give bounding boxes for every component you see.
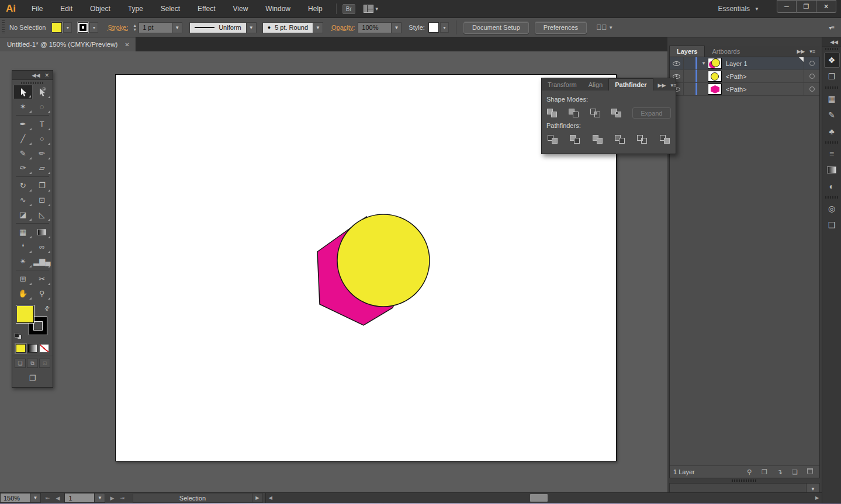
tab-transform[interactable]: Transform	[542, 79, 583, 91]
stroke-weight-caret-icon[interactable]: ▼	[172, 22, 182, 33]
artboard-tool[interactable]: ⊞	[13, 272, 33, 286]
layer-thumbnail[interactable]	[708, 58, 722, 69]
visibility-toggle[interactable]	[670, 57, 684, 69]
eyedropper-tool[interactable]: ❛	[13, 239, 33, 254]
collapse-icons-icon[interactable]: ▶▶	[658, 82, 666, 88]
stroke-weight-stepper[interactable]: ▲▼	[133, 23, 137, 32]
last-artboard-icon[interactable]: ⇥	[117, 495, 127, 501]
pencil-tool[interactable]: ✏	[33, 146, 52, 161]
target-column[interactable]	[804, 70, 819, 82]
draw-normal-icon[interactable]: ❏	[15, 359, 26, 368]
stroke-panel-icon[interactable]: ≡	[824, 146, 840, 161]
layer-row[interactable]: <Path>	[670, 70, 819, 83]
change-screen-mode-icon[interactable]: ❐	[12, 370, 53, 387]
color-button[interactable]	[16, 344, 26, 353]
menu-type[interactable]: Type	[120, 1, 151, 16]
paintbrush-tool[interactable]: ✎	[13, 146, 33, 161]
appearance-panel-icon[interactable]: ◎	[824, 201, 840, 216]
merge-icon[interactable]	[591, 134, 604, 144]
tools-panel-grip[interactable]	[21, 82, 44, 84]
magic-wand-tool[interactable]: ✶	[13, 99, 33, 114]
swatches-panel-icon[interactable]: ▦	[824, 91, 840, 106]
control-bar-grip[interactable]	[2, 20, 5, 34]
menu-help[interactable]: Help	[300, 1, 330, 16]
ellipse-tool[interactable]: ○	[33, 131, 52, 146]
divide-icon[interactable]	[546, 134, 559, 144]
style-swatch[interactable]	[428, 22, 439, 33]
strip-grip[interactable]	[822, 140, 841, 145]
collapse-icons-icon[interactable]: ▶▶	[797, 48, 805, 54]
opacity-caret-icon[interactable]: ▼	[392, 22, 402, 33]
style-caret-icon[interactable]: ▼	[440, 22, 449, 33]
create-new-sublayer-icon[interactable]: ↴	[774, 468, 785, 476]
horizontal-scrollbar-thumb[interactable]	[530, 494, 548, 502]
next-artboard-icon[interactable]: ▶	[108, 495, 116, 501]
collapse-panel-icon[interactable]: ◀◀	[32, 72, 40, 78]
trim-icon[interactable]	[569, 134, 581, 144]
width-profile-select[interactable]: Uniform	[189, 22, 247, 33]
expand-dock-icon[interactable]: ◀◀	[822, 37, 841, 47]
perspective-grid-tool[interactable]: ◺	[33, 207, 52, 222]
tab-layers[interactable]: Layers	[669, 46, 705, 57]
stroke-color-swatch[interactable]	[78, 22, 88, 33]
mesh-tool[interactable]: ▦	[13, 225, 33, 239]
direct-selection-tool[interactable]	[33, 85, 52, 99]
draw-inside-icon[interactable]: ⊡	[39, 359, 50, 368]
type-tool[interactable]: T	[33, 117, 52, 131]
width-tool[interactable]: ∿	[13, 193, 33, 207]
layer-name[interactable]: <Path>	[726, 86, 746, 93]
panel-menu-icon[interactable]: ▾≡	[670, 82, 676, 88]
unite-icon[interactable]	[546, 108, 558, 119]
bridge-button[interactable]: Br	[342, 4, 355, 14]
layers-panel-icon[interactable]: ❖	[824, 53, 840, 68]
menu-object[interactable]: Object	[82, 1, 118, 16]
hand-tool[interactable]: ✋	[13, 286, 33, 301]
strip-grip[interactable]	[822, 85, 841, 90]
draw-behind-icon[interactable]: ⧉	[27, 359, 38, 368]
close-button[interactable]: ✕	[816, 0, 836, 13]
horizontal-scrollbar[interactable]: ◀ ▶	[265, 493, 822, 503]
slice-tool[interactable]: ✂	[33, 272, 52, 286]
restore-button[interactable]: ❐	[797, 0, 816, 13]
shape-builder-tool[interactable]: ◪	[13, 207, 33, 222]
expand-button[interactable]: Expand	[632, 107, 671, 119]
brush-definition-caret-icon[interactable]: ▼	[313, 22, 323, 33]
target-column[interactable]	[804, 83, 819, 95]
locate-object-icon[interactable]: ⚲	[743, 468, 755, 476]
lock-toggle[interactable]	[684, 57, 695, 69]
make-clipping-mask-icon[interactable]: ❒	[759, 468, 770, 476]
artboards-panel-icon[interactable]: ❐	[824, 69, 840, 84]
disclosure-triangle-icon[interactable]: ▼	[700, 61, 708, 66]
layer-name[interactable]: Layer 1	[726, 60, 747, 67]
target-circle-icon[interactable]	[809, 74, 815, 79]
target-circle-icon[interactable]	[809, 61, 815, 66]
status-indicator-caret-icon[interactable]: ▶	[252, 493, 263, 503]
gradient-panel-icon[interactable]	[824, 162, 840, 178]
menu-window[interactable]: Window	[258, 1, 298, 16]
previous-artboard-icon[interactable]: ◀	[54, 495, 63, 501]
menu-effect[interactable]: Effect	[190, 1, 223, 16]
intersect-icon[interactable]	[589, 108, 601, 119]
tab-pathfinder[interactable]: Pathfinder	[608, 78, 653, 91]
tab-close-icon[interactable]: ✕	[124, 41, 129, 48]
brush-definition-select[interactable]: ● 5 pt. Round	[262, 22, 313, 33]
minimize-button[interactable]: ─	[777, 0, 797, 13]
fill-color-proxy[interactable]	[16, 305, 34, 323]
free-transform-tool[interactable]: ⊡	[33, 193, 52, 207]
symbols-panel-icon[interactable]: ♣	[824, 124, 840, 139]
stroke-weight-value[interactable]: 1 pt	[139, 22, 172, 33]
minus-front-icon[interactable]	[568, 108, 580, 119]
selection-tool[interactable]	[13, 85, 33, 99]
target-circle-icon[interactable]	[809, 86, 815, 92]
fill-color-swatch[interactable]	[51, 22, 62, 33]
fill-color-caret-icon[interactable]: ▼	[63, 22, 72, 33]
zoom-tool[interactable]: ⚲	[33, 286, 52, 301]
workspace-switcher[interactable]: Essentials ▼	[718, 5, 762, 13]
target-column[interactable]	[804, 57, 819, 69]
column-graph-tool[interactable]: ▂▆▄	[33, 254, 52, 269]
scroll-left-icon[interactable]: ◀	[266, 493, 275, 503]
outline-icon[interactable]	[636, 134, 648, 144]
rotate-tool[interactable]: ↻	[13, 178, 33, 193]
preferences-button[interactable]: Preferences	[535, 22, 587, 34]
zoom-level-value[interactable]: 150%	[0, 493, 30, 503]
